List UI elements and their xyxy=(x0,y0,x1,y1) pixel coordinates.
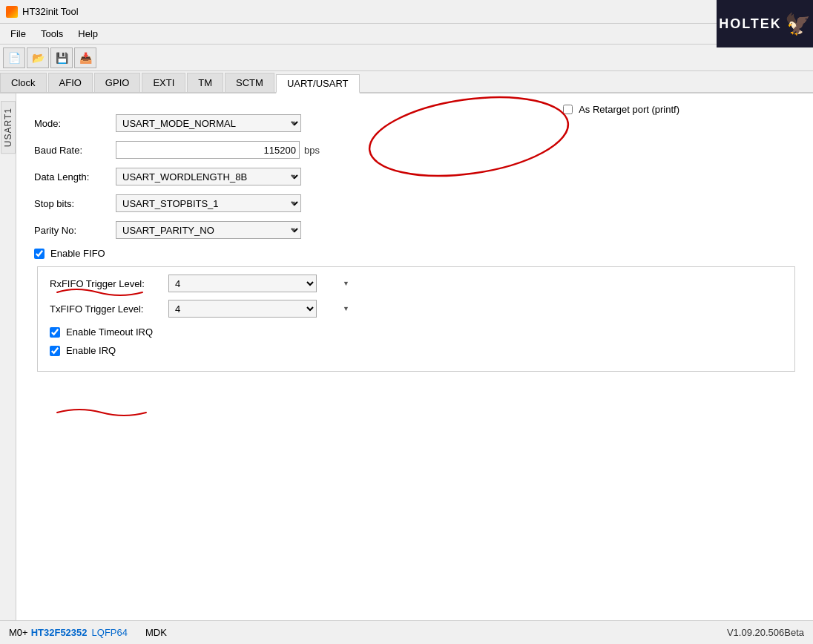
enable-timeout-irq-checkbox[interactable] xyxy=(50,327,60,338)
enable-irq-checkbox[interactable] xyxy=(50,346,60,356)
tab-uart-usart[interactable]: UART/USART xyxy=(276,74,360,93)
tab-clock[interactable]: Clock xyxy=(0,73,47,92)
data-length-select[interactable]: USART_WORDLENGTH_8B USART_WORDLENGTH_9B xyxy=(116,168,301,185)
data-length-label: Data Length: xyxy=(34,171,116,183)
enable-timeout-irq-label[interactable]: Enable Timeout IRQ xyxy=(66,326,153,338)
tab-exti[interactable]: EXTI xyxy=(142,73,185,92)
main-area: USART1 As Retarget port (printf) Mode: U… xyxy=(0,93,813,620)
mode-label: Mode: xyxy=(34,118,116,129)
sidebar-usart1-label[interactable]: USART1 xyxy=(1,101,16,154)
rx-fifo-select[interactable]: 1 2 4 8 16 xyxy=(168,275,317,292)
menu-tools[interactable]: Tools xyxy=(33,25,70,42)
tx-fifo-select-wrapper: 1 2 4 8 16 xyxy=(168,300,354,318)
parity-select[interactable]: USART_PARITY_NO USART_PARITY_ODD USART_P… xyxy=(116,221,301,239)
rx-fifo-select-wrapper: 1 2 4 8 16 xyxy=(168,275,354,292)
open-button[interactable]: 📂 xyxy=(27,47,49,68)
menu-file[interactable]: File xyxy=(3,25,33,42)
retarget-checkbox[interactable] xyxy=(563,105,573,114)
window-title: HT32init Tool xyxy=(22,6,79,17)
enable-fifo-row: Enable FIFO xyxy=(34,248,795,259)
status-mdk: MDK xyxy=(145,627,167,638)
logo-bird-icon: 🦅 xyxy=(785,12,811,36)
title-bar: HT32init Tool — □ ✕ xyxy=(0,0,813,24)
sidebar: USART1 xyxy=(0,93,16,620)
status-chip[interactable]: HT32F52352 xyxy=(31,627,88,638)
tx-fifo-row: TxFIFO Trigger Level: 1 2 4 8 16 xyxy=(50,300,783,318)
rx-fifo-row: RxFIFO Trigger Level: 1 2 4 8 16 xyxy=(50,275,783,292)
enable-irq-row: Enable IRQ xyxy=(50,345,783,356)
tx-fifo-label: TxFIFO Trigger Level: xyxy=(50,303,168,315)
enable-fifo-checkbox[interactable] xyxy=(34,249,45,259)
enable-fifo-label[interactable]: Enable FIFO xyxy=(50,248,105,259)
rx-fifo-label: RxFIFO Trigger Level: xyxy=(50,278,168,289)
baud-input[interactable]: 115200 xyxy=(116,141,300,159)
mode-select[interactable]: USART_MODE_NORMAL USART_MODE_IRDA USART_… xyxy=(116,114,301,132)
enable-timeout-irq-row: Enable Timeout IRQ xyxy=(50,326,783,338)
tx-fifo-select[interactable]: 1 2 4 8 16 xyxy=(168,300,317,318)
app-icon xyxy=(6,6,18,18)
import-button[interactable]: 📥 xyxy=(74,47,96,68)
tab-sctm[interactable]: SCTM xyxy=(225,73,274,92)
mode-select-wrapper: USART_MODE_NORMAL USART_MODE_IRDA USART_… xyxy=(116,114,301,132)
tab-afio[interactable]: AFIO xyxy=(48,73,93,92)
logo-text: HOLTEK xyxy=(719,16,782,32)
tab-tm[interactable]: TM xyxy=(187,73,223,92)
parity-select-wrapper: USART_PARITY_NO USART_PARITY_ODD USART_P… xyxy=(116,221,301,239)
status-m0: M0+ xyxy=(9,627,28,638)
menu-help[interactable]: Help xyxy=(70,25,105,42)
parity-label: Parity No: xyxy=(34,225,116,236)
stop-bits-label: Stop bits: xyxy=(34,198,116,209)
content-area: As Retarget port (printf) Mode: USART_MO… xyxy=(16,93,813,620)
retarget-section: As Retarget port (printf) xyxy=(563,104,679,115)
logo-area: HOLTEK 🦅 xyxy=(717,0,813,47)
baud-unit: bps xyxy=(304,145,320,156)
mode-row: Mode: USART_MODE_NORMAL USART_MODE_IRDA … xyxy=(34,114,795,132)
toolbar: 📄 📂 💾 📥 xyxy=(0,45,813,71)
retarget-label[interactable]: As Retarget port (printf) xyxy=(579,104,679,115)
status-package[interactable]: LQFP64 xyxy=(92,627,128,638)
stop-bits-select-wrapper: USART_STOPBITS_1 USART_STOPBITS_2 USART_… xyxy=(116,194,301,212)
tab-gpio[interactable]: GPIO xyxy=(94,73,141,92)
baud-label: Baud Rate: xyxy=(34,145,116,156)
data-length-row: Data Length: USART_WORDLENGTH_8B USART_W… xyxy=(34,168,795,185)
enable-irq-label[interactable]: Enable IRQ xyxy=(66,345,116,356)
status-bar: M0+ HT32F52352 LQFP64 MDK V1.09.20.506Be… xyxy=(0,620,813,644)
stop-bits-select[interactable]: USART_STOPBITS_1 USART_STOPBITS_2 USART_… xyxy=(116,194,301,212)
parity-row: Parity No: USART_PARITY_NO USART_PARITY_… xyxy=(34,221,795,239)
tabs-bar: Clock AFIO GPIO EXTI TM SCTM UART/USART xyxy=(0,71,813,93)
data-length-select-wrapper: USART_WORDLENGTH_8B USART_WORDLENGTH_9B xyxy=(116,168,301,185)
status-version: V1.09.20.506Beta xyxy=(727,627,804,638)
menu-bar: File Tools Help xyxy=(0,24,813,45)
fifo-section: RxFIFO Trigger Level: 1 2 4 8 16 TxFIFO … xyxy=(37,266,795,372)
save-button[interactable]: 💾 xyxy=(50,47,73,68)
stop-bits-row: Stop bits: USART_STOPBITS_1 USART_STOPBI… xyxy=(34,194,795,212)
baud-row: Baud Rate: 115200 bps xyxy=(34,141,795,159)
new-button[interactable]: 📄 xyxy=(3,47,25,68)
